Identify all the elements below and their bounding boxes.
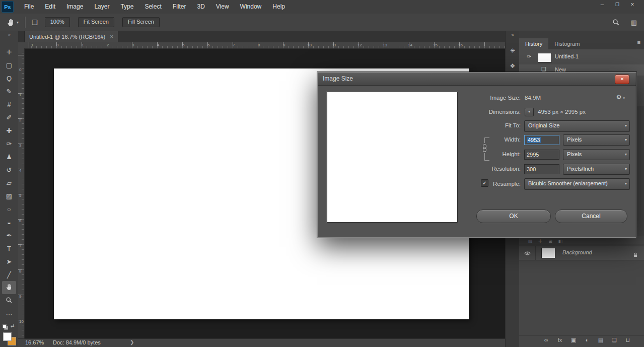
lock-option-icon[interactable]: ▨ (525, 237, 535, 246)
document-tab[interactable]: Untitled-1 @ 16.7% (RGB/16#) × (24, 31, 118, 42)
marquee-tool[interactable]: ▢ (2, 58, 16, 72)
crop-tool[interactable]: # (2, 98, 16, 111)
layer-group-icon[interactable]: ▤ (597, 337, 605, 347)
lock-icon (633, 250, 638, 259)
search-icon[interactable] (612, 19, 620, 26)
chevron-down-icon: ▾ (625, 179, 627, 188)
history-brush-source-icon[interactable]: ✑ (527, 53, 531, 60)
history-snapshot-row[interactable]: ✑ Untitled-1 (519, 51, 644, 63)
tab-close-icon[interactable]: × (110, 33, 113, 40)
foreground-color-swatch[interactable] (3, 332, 12, 341)
resample-method-select[interactable]: Bicubic Smoother (enlargement) ▾ (524, 178, 630, 190)
menu-window[interactable]: Window (235, 0, 267, 14)
zoom-tool[interactable] (2, 294, 16, 307)
arrange-documents-icon[interactable]: ❑ (32, 19, 38, 26)
hand-tool-icon[interactable]: ▾ (7, 18, 19, 27)
workspace-icon[interactable]: ▥ (631, 19, 637, 26)
menu-select[interactable]: Select (139, 0, 167, 14)
tab-history[interactable]: History (519, 38, 548, 49)
height-unit-select[interactable]: Pixels ▾ (563, 149, 630, 160)
zoom-100-button[interactable]: 100% (45, 17, 70, 27)
width-unit-select[interactable]: Pixels ▾ (563, 134, 630, 146)
history-brush-tool[interactable]: ↺ (2, 163, 16, 176)
menu-view[interactable]: View (210, 0, 235, 14)
swap-colors-icon[interactable]: ⇄ (11, 323, 15, 328)
tab-histogram[interactable]: Histogram (548, 38, 586, 49)
dialog-close-button[interactable]: ✕ (615, 75, 629, 84)
fit-to-select[interactable]: Original Size ▾ (524, 120, 630, 132)
lasso-tool[interactable]: Ϙ (2, 72, 16, 85)
menu-image[interactable]: Image (61, 0, 89, 14)
layer-thumbnail[interactable] (541, 248, 555, 258)
dodge-tool[interactable]: ◒ (2, 216, 16, 229)
lock-option-icon[interactable]: ◧ (555, 237, 565, 246)
resolution-input[interactable]: 300 (524, 164, 559, 174)
type-tool[interactable]: T (2, 242, 16, 255)
path-selection-tool[interactable]: ➤ (2, 255, 16, 268)
snapshot-label: Untitled-1 (555, 53, 579, 59)
resolution-unit-select[interactable]: Pixels/Inch ▾ (563, 164, 630, 175)
status-options-icon[interactable]: ❯ (130, 339, 134, 345)
toolbar-expander-icon[interactable]: » (0, 31, 18, 38)
dimensions-value: 4953 px × 2995 px (538, 107, 586, 117)
chevron-down-icon: ▾ (625, 121, 627, 130)
fit-screen-button[interactable]: Fit Screen (78, 17, 114, 27)
photoshop-logo: Ps (2, 1, 14, 13)
dialog-title-bar[interactable]: Image Size ✕ (318, 73, 636, 86)
left-ruler: 012345678910 (18, 48, 25, 338)
menu-type[interactable]: Type (115, 0, 139, 14)
width-value: 4953 (527, 137, 541, 143)
height-input[interactable]: 2995 (524, 150, 559, 160)
menu-file[interactable]: File (19, 0, 39, 14)
gear-icon[interactable]: ⚙▾ (616, 94, 625, 101)
chevron-down-icon: ▾ (625, 150, 627, 159)
adjustment-layer-icon[interactable]: ◐ (583, 337, 591, 347)
lock-option-icon[interactable]: ⊞ (545, 237, 555, 246)
brush-tool[interactable]: ✑ (2, 137, 16, 150)
new-layer-icon[interactable]: ❏ (610, 337, 618, 347)
move-tool[interactable]: ✛ (2, 45, 16, 58)
image-preview[interactable] (327, 92, 458, 223)
clone-stamp-tool[interactable]: ♟ (2, 150, 16, 163)
healing-brush-tool[interactable]: ✚ (2, 124, 16, 137)
tool-bar: » ✛ ▢ Ϙ ✎ # (0, 31, 19, 347)
menu-layer[interactable]: Layer (89, 0, 115, 14)
eyedropper-tool[interactable]: ✐ (2, 111, 16, 124)
blur-tool[interactable]: ○ (2, 202, 16, 216)
minimize-button[interactable]: ─ (595, 0, 610, 9)
default-colors-icon[interactable] (3, 324, 8, 330)
edit-toolbar-button[interactable]: ⋯ (2, 307, 16, 320)
menu-edit[interactable]: Edit (39, 0, 61, 14)
background-layer-row[interactable]: Background (519, 246, 644, 260)
styles-panel-icon[interactable]: ❖ (506, 58, 520, 74)
width-input[interactable]: 4953 (524, 135, 559, 145)
pen-tool[interactable]: ✒ (2, 229, 16, 242)
hand-tool[interactable] (2, 281, 16, 294)
layer-visibility-cell[interactable] (519, 246, 536, 260)
lock-option-icon[interactable]: ✛ (535, 237, 545, 246)
menu-help[interactable]: Help (267, 0, 291, 14)
dimensions-dropdown[interactable]: ▾ (525, 108, 534, 116)
layer-mask-icon[interactable]: ▣ (569, 337, 578, 347)
restore-button[interactable]: ❐ (610, 0, 625, 9)
close-button[interactable]: ✕ (625, 0, 640, 9)
layer-style-icon[interactable]: fx (556, 337, 564, 347)
fit-to-label: Fit To: (439, 120, 521, 130)
quick-selection-tool[interactable]: ✎ (2, 85, 16, 98)
cancel-button[interactable]: Cancel (555, 210, 627, 223)
effects-panel-icon[interactable]: ✳ (506, 43, 520, 58)
fill-screen-button[interactable]: Fill Screen (122, 17, 160, 27)
expand-panels-icon[interactable]: « (506, 31, 520, 38)
chevron-down-icon: ▾ (625, 164, 627, 174)
menu-filter[interactable]: Filter (167, 0, 192, 14)
line-tool[interactable]: ╱ (2, 268, 16, 281)
eraser-tool[interactable]: ▱ (2, 176, 16, 189)
ok-button[interactable]: OK (476, 210, 551, 223)
zoom-level-field[interactable]: 16.67% (25, 339, 44, 345)
link-layers-icon[interactable]: ∞ (542, 337, 550, 347)
delete-layer-icon[interactable]: ⊔ (624, 337, 632, 347)
panel-menu-icon[interactable]: ≡ (637, 39, 640, 45)
gradient-tool[interactable]: ▨ (2, 189, 16, 202)
document-tab-bar: Untitled-1 @ 16.7% (RGB/16#) × (18, 31, 505, 42)
menu-3d[interactable]: 3D (191, 0, 210, 14)
